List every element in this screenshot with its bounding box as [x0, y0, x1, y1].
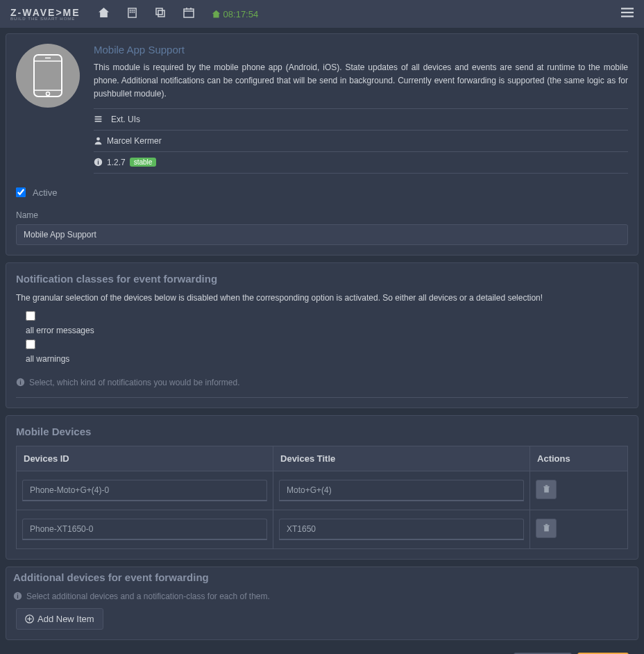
svg-rect-31 [545, 485, 547, 487]
svg-rect-34 [545, 524, 547, 526]
additional-hint-text: Select additional devices and a notifica… [26, 592, 270, 601]
svg-rect-4 [129, 11, 130, 12]
table-row [17, 510, 628, 548]
building-icon[interactable] [127, 7, 137, 22]
table-row [17, 471, 628, 510]
notif-desc: The granular selection of the devices be… [16, 293, 628, 303]
name-input[interactable] [16, 224, 628, 245]
calendar-icon[interactable] [183, 7, 194, 21]
svg-rect-15 [621, 15, 634, 17]
svg-text:i: i [17, 593, 18, 600]
device-id-input[interactable] [22, 519, 267, 540]
notif-hint: i Select, which kind of notifications yo… [16, 371, 628, 387]
svg-rect-32 [544, 526, 549, 531]
active-checkbox[interactable] [16, 187, 26, 197]
device-title-input[interactable] [279, 519, 524, 540]
devices-title: Mobile Devices [16, 426, 628, 437]
logo-subtext: BUILD THE SMART HOME [10, 17, 80, 21]
time-text: 08:17:54 [223, 9, 259, 19]
col-id: Devices ID [17, 446, 273, 471]
device-id-input[interactable] [22, 480, 267, 501]
svg-rect-14 [621, 11, 634, 12]
navbar: Z-WAVE>ME BUILD THE SMART HOME 08:17:54 [0, 0, 644, 28]
home-icon[interactable] [98, 7, 110, 22]
logo[interactable]: Z-WAVE>ME BUILD THE SMART HOME [10, 7, 80, 21]
module-category-row: Ext. UIs [94, 108, 628, 130]
svg-rect-7 [156, 8, 162, 15]
menu-icon[interactable] [621, 6, 634, 22]
module-author: Marcel Kermer [107, 136, 162, 146]
active-row: Active [16, 187, 628, 198]
notif-title: Notification classes for event forwardin… [16, 273, 628, 285]
svg-rect-5 [131, 11, 133, 12]
svg-rect-6 [133, 11, 135, 12]
module-title: Mobile App Support [94, 44, 628, 56]
svg-rect-8 [158, 10, 164, 17]
col-title: Devices Title [273, 446, 530, 471]
nav-left: Z-WAVE>ME BUILD THE SMART HOME 08:17:54 [10, 7, 258, 22]
svg-rect-9 [184, 9, 194, 17]
errors-label: all error messages [26, 326, 94, 335]
svg-rect-29 [544, 487, 549, 492]
add-btn-label: Add New Item [37, 614, 94, 624]
notif-hint-text: Select, which kind of notifications you … [29, 378, 240, 387]
warnings-checkbox[interactable] [26, 339, 35, 349]
col-actions: Actions [530, 446, 628, 471]
name-label: Name [16, 210, 628, 220]
copy-icon[interactable] [155, 7, 166, 21]
svg-rect-3 [133, 9, 135, 10]
svg-point-19 [46, 92, 50, 96]
svg-text:i: i [19, 379, 21, 386]
module-icon [16, 44, 80, 108]
delete-button[interactable] [536, 480, 557, 499]
warnings-label: all warnings [26, 354, 69, 364]
errors-checkbox[interactable] [26, 311, 35, 321]
additional-title: Additional devices for event forwarding [13, 571, 628, 583]
device-title-input[interactable] [279, 480, 524, 501]
nav-time: 08:17:54 [212, 9, 259, 19]
additional-panel: Additional devices for event forwarding … [6, 567, 638, 640]
check-errors-item: all error messages [26, 311, 628, 335]
module-author-row: Marcel Kermer [94, 130, 628, 151]
module-version: 1.2.7 [107, 158, 126, 167]
svg-rect-33 [543, 526, 549, 527]
svg-text:i: i [97, 159, 99, 166]
footer: Cancel Save [6, 647, 638, 654]
module-category: Ext. UIs [111, 115, 140, 124]
module-panel: Mobile App Support This module is requir… [6, 33, 638, 255]
svg-point-24 [96, 137, 100, 141]
module-version-row: i 1.2.7 stable [94, 151, 628, 174]
module-description: This module is required by the mobile ph… [94, 61, 628, 101]
devices-table: Devices ID Devices Title Actions [16, 446, 628, 549]
svg-rect-2 [131, 9, 133, 10]
stable-badge: stable [130, 158, 157, 167]
svg-rect-13 [621, 8, 634, 9]
notifications-panel: Notification classes for event forwardin… [6, 262, 638, 408]
check-warnings-item: all warnings [26, 339, 628, 364]
devices-panel: Mobile Devices Devices ID Devices Title … [6, 415, 638, 560]
svg-rect-30 [543, 487, 549, 488]
svg-rect-1 [129, 9, 130, 10]
add-new-item-button[interactable]: Add New Item [16, 608, 103, 630]
active-label: Active [33, 187, 57, 198]
additional-hint: i Select additional devices and a notifi… [13, 592, 628, 601]
delete-button[interactable] [536, 519, 557, 538]
